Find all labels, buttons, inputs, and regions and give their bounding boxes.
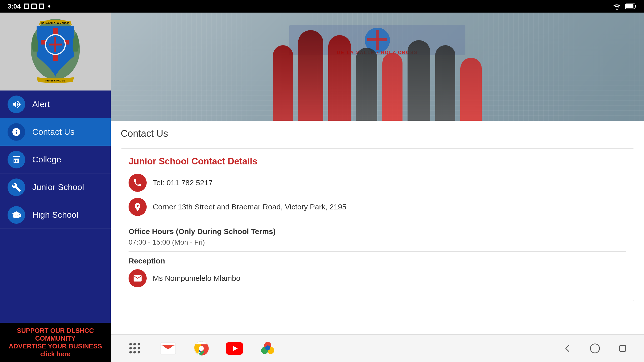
battery-icon: [625, 3, 636, 10]
nav-gmail-button[interactable]: [159, 339, 177, 357]
svg-rect-2: [626, 4, 633, 8]
coat-of-arms: PRAESIS PROSIS DE LA SALLE HOLY CROSS: [28, 19, 83, 84]
sidebar: PRAESIS PROSIS DE LA SALLE HOLY CROSS: [0, 13, 111, 362]
divider-2: [129, 251, 626, 252]
sidebar-item-junior-school[interactable]: Junior School: [0, 173, 111, 201]
contact-page: Contact Us Junior School Contact Details…: [111, 121, 644, 334]
sidebar-label-alert: Alert: [32, 99, 50, 109]
email-icon: [133, 274, 142, 283]
nav-apps-grid-button[interactable]: [126, 339, 144, 357]
location-icon: [133, 202, 142, 212]
speaker-icon: [12, 100, 21, 109]
ad-banner-line1: SUPPORT OUR DLSHCC COMMUNITY: [5, 327, 106, 342]
crest-bg: PRAESIS PROSIS DE LA SALLE HOLY CROSS: [0, 13, 111, 90]
bottom-nav-bar: [111, 334, 644, 362]
tools-icon: [12, 183, 21, 192]
status-left: 3:04 •: [8, 2, 51, 11]
sidebar-label-contact-us: Contact Us: [32, 127, 74, 137]
svg-text:PRAESIS PROSIS: PRAESIS PROSIS: [46, 79, 65, 82]
gmail-icon: [160, 342, 176, 354]
nav-photos-button[interactable]: [259, 339, 277, 357]
contact-icon-bg: [8, 123, 25, 141]
chrome-icon: [194, 341, 209, 356]
hero-image: DE LA SALLE · HOLY CROSS: [111, 13, 644, 121]
college-icon-bg: [8, 151, 25, 168]
sidebar-label-high-school: High School: [32, 210, 78, 220]
status-right: [612, 3, 636, 10]
contact-section-title: Junior School Contact Details: [129, 156, 626, 167]
home-icon: [589, 343, 600, 354]
nav-apps-group: [126, 339, 277, 357]
high-school-icon-bg: [8, 206, 25, 224]
reception-person-text: Ms Nompumelelo Mlambo: [153, 274, 240, 283]
sidebar-label-junior-school: Junior School: [32, 182, 84, 192]
sidebar-menu: Alert Contact Us College: [0, 90, 111, 323]
grid-icon: [129, 343, 140, 354]
building-icon: [12, 155, 21, 164]
photos-icon: [260, 341, 275, 356]
notif-icon-3: [39, 4, 44, 9]
svg-rect-29: [620, 345, 626, 351]
nav-recent-button[interactable]: [616, 342, 629, 355]
sidebar-item-high-school[interactable]: High School: [0, 201, 111, 229]
status-bar: 3:04 •: [0, 0, 644, 13]
notif-icon-2: [31, 4, 37, 9]
sidebar-item-contact-us[interactable]: Contact Us: [0, 118, 111, 146]
main-container: PRAESIS PROSIS DE LA SALLE HOLY CROSS: [0, 13, 644, 362]
svg-point-27: [265, 345, 270, 350]
ad-banner-line2: ADVERTISE YOUR BUSINESS click here: [5, 342, 106, 358]
reception-row: Ms Nompumelelo Mlambo: [129, 269, 626, 287]
divider-1: [129, 222, 626, 222]
dot-separator: •: [48, 2, 51, 11]
svg-point-28: [590, 344, 599, 353]
recent-icon: [617, 343, 628, 354]
phone-text: Tel: 011 782 5217: [153, 178, 213, 187]
address-row: Corner 13th Street and Braemar Road, Vic…: [129, 198, 626, 216]
office-hours-title: Office Hours (Only During School Terms): [129, 227, 626, 236]
contact-card: Junior School Contact Details Tel: 011 7…: [121, 148, 634, 301]
nav-back-button[interactable]: [561, 342, 574, 355]
nav-youtube-button[interactable]: [225, 339, 244, 357]
svg-rect-9: [49, 43, 62, 45]
alert-icon-bg: [8, 96, 25, 113]
time-display: 3:04: [8, 3, 21, 10]
sidebar-label-college: College: [32, 155, 61, 164]
office-hours-text: 07:00 - 15:00 (Mon - Fri): [129, 238, 626, 246]
youtube-icon: [226, 342, 243, 355]
notification-icons: •: [24, 2, 51, 11]
svg-point-21: [199, 346, 204, 351]
wifi-icon: [612, 3, 621, 10]
info-icon: [12, 127, 21, 137]
phone-row: Tel: 011 782 5217: [129, 174, 626, 192]
sidebar-item-alert[interactable]: Alert: [0, 90, 111, 118]
notif-icon-1: [24, 4, 29, 9]
graduation-icon: [12, 210, 21, 220]
location-icon-bg: [129, 198, 147, 216]
back-icon: [562, 343, 573, 354]
phone-icon: [133, 178, 142, 188]
nav-controls-group: [561, 342, 629, 355]
mosaic-background: DE LA SALLE · HOLY CROSS: [111, 13, 644, 121]
sidebar-item-college[interactable]: College: [0, 146, 111, 173]
svg-text:DE LA SALLE HOLY CROSS: DE LA SALLE HOLY CROSS: [42, 22, 69, 24]
nav-home-button[interactable]: [589, 342, 601, 355]
email-icon-bg: [129, 269, 147, 287]
sidebar-logo: PRAESIS PROSIS DE LA SALLE HOLY CROSS: [0, 13, 111, 90]
address-text: Corner 13th Street and Braemar Road, Vic…: [153, 203, 346, 211]
reception-title: Reception: [129, 257, 626, 265]
content-area: DE LA SALLE · HOLY CROSS: [111, 13, 644, 362]
phone-icon-bg: [129, 174, 147, 192]
contact-page-title: Contact Us: [121, 128, 634, 143]
ad-banner[interactable]: SUPPORT OUR DLSHCC COMMUNITY ADVERTISE Y…: [0, 323, 111, 362]
junior-icon-bg: [8, 178, 25, 196]
nav-chrome-button[interactable]: [192, 339, 210, 357]
svg-rect-1: [635, 5, 636, 8]
